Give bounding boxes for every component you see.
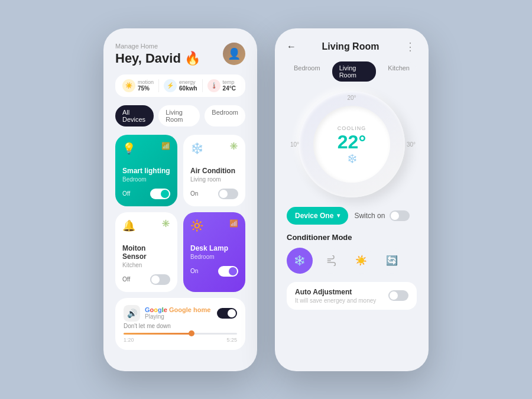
tab-living-room-room[interactable]: Living Room — [332, 61, 377, 82]
ac-room: Living room — [190, 176, 238, 183]
google-playing-status: Playing — [145, 313, 210, 320]
more-menu-button[interactable]: ⋮ — [405, 40, 417, 53]
auto-adjustment-toggle[interactable] — [388, 290, 408, 301]
thermo-dial-wrapper[interactable]: COOLING 22° ❄️ 20° 10° 30° — [299, 91, 405, 197]
lamp-room: Bedroom — [190, 254, 238, 260]
mode-snowflake-btn[interactable]: ❄️ — [287, 248, 313, 274]
sensor-bluetooth-icon: ✳️ — [161, 219, 170, 228]
energy-label: energy — [179, 79, 197, 85]
sensor-name: Moiton Sensor — [122, 244, 170, 261]
conditioner-section: Conditioner Mode ❄️ ☀️ 🔄 — [287, 233, 417, 274]
lighting-icon: 💡 — [122, 142, 135, 155]
lamp-wifi-icon: 📶 — [229, 219, 238, 228]
temp-label: temp — [223, 79, 236, 85]
lighting-toggle[interactable] — [150, 189, 170, 199]
device-card-smart-lighting[interactable]: 💡 📶 Smart lighting Bedroom Off — [115, 135, 177, 206]
mode-icons-row: ❄️ ☀️ 🔄 — [287, 248, 417, 274]
stat-motion: ☀️ motion 75% — [122, 79, 154, 92]
tab-all-devices[interactable]: All Devices — [115, 105, 154, 126]
manage-label: Manage Home — [115, 43, 200, 50]
back-button[interactable]: ← — [287, 41, 296, 52]
devices-tabs: All Devices Living Room Bedroom — [115, 105, 245, 126]
progress-bar[interactable] — [124, 333, 237, 335]
ac-icon: ❄️ — [190, 142, 203, 155]
stats-row: ☀️ motion 75% ⚡ energy 60kwh 🌡️ temp — [115, 74, 245, 97]
sensor-toggle[interactable] — [150, 274, 170, 285]
wind-icon — [325, 255, 336, 266]
mode-recycle-btn[interactable]: 🔄 — [379, 248, 405, 274]
ac-status: On — [190, 190, 198, 197]
auto-adj-title: Auto Adjustment — [295, 288, 376, 296]
sensor-room: Kitchen — [122, 262, 170, 268]
tab-living-room[interactable]: Living Room — [158, 105, 200, 126]
lamp-status: On — [190, 268, 198, 274]
device-control-row: Device One ▾ Switch on — [287, 207, 417, 225]
ac-toggle[interactable] — [218, 189, 238, 199]
temp-value: 24°C — [223, 85, 236, 92]
temp-icon: 🌡️ — [207, 79, 220, 92]
device-card-desk-lamp[interactable]: 🔆 📶 Desk Lamp Bedroom On — [183, 212, 245, 292]
thermo-label-20: 20° — [347, 95, 356, 101]
song-name: Don't let me down — [124, 323, 237, 329]
room-title: Living Room — [322, 41, 379, 52]
lighting-status: Off — [122, 190, 130, 197]
phone-2: ← Living Room ⋮ Bedroom Living Room Kitc… — [275, 28, 429, 371]
device-selector[interactable]: Device One ▾ — [287, 207, 348, 225]
tab-bedroom[interactable]: Bedroom — [205, 105, 245, 126]
google-home-toggle[interactable] — [217, 308, 237, 319]
stat-energy: ⚡ energy 60kwh — [164, 79, 197, 92]
divider-2 — [202, 79, 203, 92]
energy-value: 60kwh — [179, 85, 197, 92]
lamp-toggle[interactable] — [218, 266, 238, 277]
auto-adjustment-card: Auto Adjustment It will save energey and… — [287, 282, 417, 310]
chevron-down-icon: ▾ — [337, 212, 340, 219]
motion-label: motion — [138, 79, 154, 85]
stat-temp: 🌡️ temp 24°C — [207, 79, 236, 92]
thermo-mode-label: COOLING — [338, 125, 366, 131]
progress-fill — [124, 333, 192, 335]
thermo-temp-value: 22° — [338, 132, 366, 151]
thermo-label-10: 10° — [290, 141, 299, 147]
motion-value: 75% — [138, 85, 154, 92]
google-icon: 🔊 — [124, 305, 140, 322]
google-home-card[interactable]: 🔊 Google Google home Playing Don't let m… — [115, 298, 245, 350]
motion-icon: ☀️ — [122, 79, 135, 92]
devices-grid: 💡 📶 Smart lighting Bedroom Off ❄️ ✳️ Air… — [115, 135, 245, 292]
switch-on-label: Switch on — [354, 212, 385, 220]
progress-dot — [189, 330, 194, 336]
lighting-name: Smart lighting — [122, 167, 170, 175]
thermo-inner: COOLING 22° ❄️ — [313, 106, 390, 183]
lamp-name: Desk Lamp — [190, 244, 238, 252]
lighting-wifi-icon: 📶 — [161, 142, 170, 150]
google-name: Google Google home — [145, 306, 210, 313]
switch-on-toggle[interactable] — [390, 210, 410, 221]
tab-kitchen-room[interactable]: Kitchen — [381, 61, 417, 82]
avatar[interactable]: 👤 — [223, 43, 245, 65]
energy-icon: ⚡ — [164, 79, 177, 92]
mode-sun-btn[interactable]: ☀️ — [348, 248, 374, 274]
ac-name: Air Condition — [190, 167, 238, 175]
snowflake-icon: ❄️ — [347, 154, 357, 163]
conditioner-mode-title: Conditioner Mode — [287, 233, 417, 242]
device-one-label: Device One — [295, 212, 333, 220]
thermostat: COOLING 22° ❄️ 20° 10° 30° — [287, 91, 417, 197]
lamp-icon: 🔆 — [190, 219, 203, 232]
time-total: 5:25 — [226, 337, 237, 343]
switch-on-row: Switch on — [354, 210, 410, 221]
tab-bedroom-room[interactable]: Bedroom — [287, 61, 327, 82]
lighting-room: Bedroom — [122, 176, 170, 183]
room-header: ← Living Room ⋮ — [287, 40, 417, 53]
mode-wind-btn[interactable] — [317, 248, 343, 274]
thermo-dial: COOLING 22° ❄️ — [299, 91, 405, 197]
hey-title: Hey, David 🔥 — [115, 51, 200, 66]
phone-1: Manage Home Hey, David 🔥 👤 ☀️ motion 75%… — [103, 28, 257, 371]
thermo-label-30: 30° — [407, 141, 416, 147]
auto-adj-subtitle: It will save energey and money — [295, 297, 376, 304]
room-tabs: Bedroom Living Room Kitchen — [287, 61, 417, 82]
device-card-motion-sensor[interactable]: 🔔 ✳️ Moiton Sensor Kitchen Off — [115, 212, 177, 292]
device-card-air-condition[interactable]: ❄️ ✳️ Air Condition Living room On — [183, 135, 245, 206]
divider-1 — [158, 79, 159, 92]
ac-bluetooth-icon: ✳️ — [229, 142, 238, 150]
time-current: 1:20 — [124, 337, 134, 343]
sensor-status: Off — [122, 276, 130, 283]
